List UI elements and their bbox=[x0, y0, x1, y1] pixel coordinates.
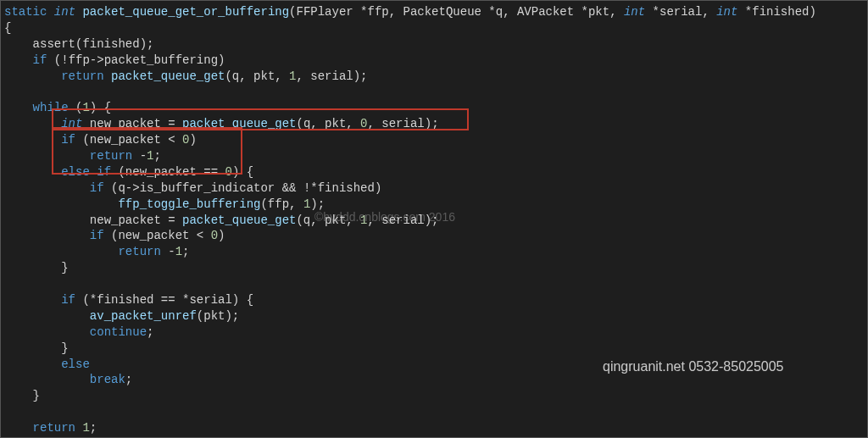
keyword-break: break bbox=[90, 373, 125, 386]
keyword-if: if bbox=[97, 165, 111, 179]
type-int: int bbox=[716, 5, 737, 19]
keyword-else: else bbox=[61, 358, 90, 371]
brace: } bbox=[61, 341, 68, 355]
keyword-else: else bbox=[61, 165, 90, 179]
keyword-static: static bbox=[4, 5, 47, 19]
keyword-return: return bbox=[61, 69, 103, 83]
brace: { bbox=[4, 21, 11, 35]
keyword-if: if bbox=[90, 181, 104, 195]
keyword-if: if bbox=[90, 229, 104, 242]
type-int: int bbox=[54, 5, 75, 19]
keyword-if: if bbox=[61, 133, 75, 147]
keyword-return: return bbox=[90, 149, 132, 163]
keyword-return: return bbox=[118, 245, 160, 258]
keyword-if: if bbox=[33, 53, 47, 67]
keyword-continue: continue bbox=[90, 325, 147, 339]
brace: } bbox=[61, 261, 68, 274]
type-int: int bbox=[61, 117, 82, 130]
statement: assert(finished); bbox=[33, 37, 154, 51]
brace: } bbox=[33, 389, 40, 402]
params: (FFPlayer *ffp, PacketQueue *q, AVPacket… bbox=[289, 5, 624, 19]
keyword-while: while bbox=[33, 101, 69, 114]
keyword-return: return bbox=[33, 421, 75, 435]
type-int: int bbox=[624, 5, 645, 19]
keyword-if: if bbox=[61, 293, 75, 307]
code-block: static int packet_queue_get_or_buffering… bbox=[1, 1, 867, 438]
function-name: packet_queue_get_or_buffering bbox=[75, 5, 289, 19]
